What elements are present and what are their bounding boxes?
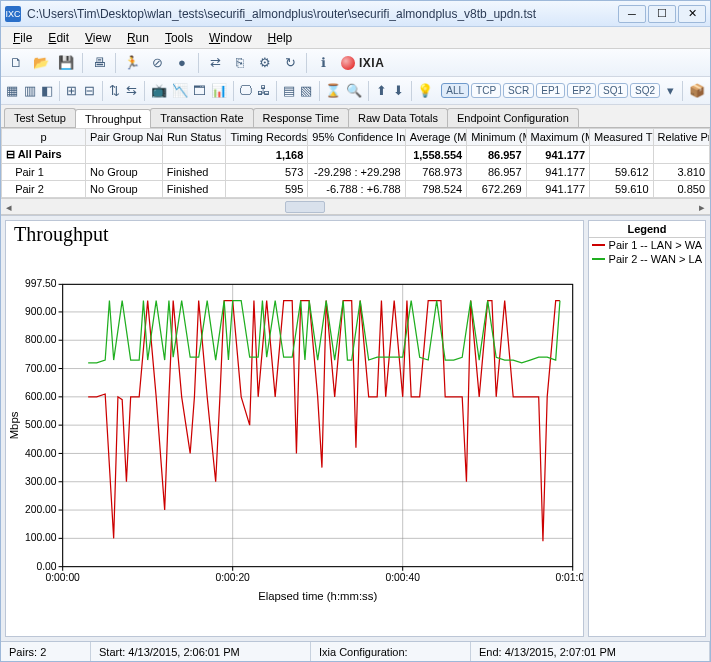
t2-icon-20[interactable]: 💡 [416, 80, 434, 102]
t2-icon-19[interactable]: ⬇ [391, 80, 405, 102]
t2-icon-18[interactable]: ⬆ [374, 80, 388, 102]
window-title: C:\Users\Tim\Desktop\wlan_tests\securifi… [27, 7, 618, 21]
titlebar: IXC C:\Users\Tim\Desktop\wlan_tests\secu… [1, 1, 710, 27]
maximize-button[interactable]: ☐ [648, 5, 676, 23]
menubar: FileEditViewRunToolsWindowHelp [1, 27, 710, 49]
tab-response-time[interactable]: Response Time [253, 108, 349, 127]
scroll-left-icon[interactable]: ◂ [1, 199, 17, 215]
t2-icon-5[interactable]: ⊟ [82, 80, 96, 102]
svg-text:Mbps: Mbps [8, 411, 20, 439]
filter-pill-ep2[interactable]: EP2 [567, 83, 596, 98]
info-icon[interactable]: ℹ [312, 52, 334, 74]
svg-text:0:00:00: 0:00:00 [45, 572, 80, 583]
cell [162, 146, 226, 164]
tab-test-setup[interactable]: Test Setup [4, 108, 76, 127]
col-header[interactable]: Pair Group Name [86, 129, 163, 146]
brand-dot-icon [341, 56, 355, 70]
cell: -6.788 : +6.788 [308, 181, 405, 198]
run-icon[interactable]: 🏃 [121, 52, 143, 74]
t2-icon-11[interactable]: 📊 [210, 80, 228, 102]
t2-icon-9[interactable]: 📉 [171, 80, 189, 102]
col-header[interactable]: Maximum (Mbps) [526, 129, 590, 146]
t2-icon-8[interactable]: 📺 [150, 80, 168, 102]
chart-panel: Throughput 0.00100.00200.00300.00400.005… [5, 220, 584, 637]
table-row[interactable]: ⊟ All Pairs1,1681,558.55486.957941.177 [2, 146, 710, 164]
save-icon[interactable]: 💾 [55, 52, 77, 74]
col-header[interactable]: Average (Mbps) [405, 129, 466, 146]
print-icon[interactable]: 🖶 [88, 52, 110, 74]
cell: Finished [162, 181, 226, 198]
refresh-icon[interactable]: ↻ [279, 52, 301, 74]
svg-text:800.00: 800.00 [25, 334, 57, 345]
t2-icon-2[interactable]: ▥ [22, 80, 36, 102]
menu-tools[interactable]: Tools [159, 29, 199, 47]
filter-pill-ep1[interactable]: EP1 [536, 83, 565, 98]
legend-item: Pair 1 -- LAN > WA [589, 238, 705, 252]
tab-endpoint-configuration[interactable]: Endpoint Configuration [447, 108, 579, 127]
t2-icon-12[interactable]: 🖵 [238, 80, 253, 102]
menu-help[interactable]: Help [262, 29, 299, 47]
cell: 941.177 [526, 181, 590, 198]
data-grid: pPair Group NameRun StatusTiming Records… [1, 128, 710, 215]
t2-icon-10[interactable]: 🗔 [192, 80, 207, 102]
dropdown-icon[interactable]: ▾ [663, 80, 677, 102]
col-header[interactable]: Measured Time (sec) [590, 129, 654, 146]
tab-raw-data-totals[interactable]: Raw Data Totals [348, 108, 448, 127]
t2-icon-6[interactable]: ⇅ [107, 80, 121, 102]
col-header[interactable]: Run Status [162, 129, 226, 146]
menu-view[interactable]: View [79, 29, 117, 47]
cell: 573 [226, 164, 308, 181]
scroll-right-icon[interactable]: ▸ [694, 199, 710, 215]
cell: 1,558.554 [405, 146, 466, 164]
filter-pill-all[interactable]: ALL [441, 83, 469, 98]
legend-panel: Legend Pair 1 -- LAN > WAPair 2 -- WAN >… [588, 220, 706, 637]
table-row[interactable]: Pair 2No GroupFinished595-6.788 : +6.788… [2, 181, 710, 198]
col-header[interactable]: Relative Precision [653, 129, 709, 146]
col-header[interactable]: p [2, 129, 86, 146]
t2-icon-13[interactable]: 🖧 [256, 80, 271, 102]
t2-icon-14[interactable]: ▤ [282, 80, 296, 102]
legend-label: Pair 2 -- WAN > LA [609, 253, 702, 265]
t2-icon-16[interactable]: ⌛ [324, 80, 342, 102]
package-icon[interactable]: 📦 [688, 80, 706, 102]
cell: 0.850 [653, 181, 709, 198]
t2-icon-15[interactable]: ▧ [299, 80, 313, 102]
col-header[interactable]: Minimum (Mbps) [467, 129, 526, 146]
cell [86, 146, 163, 164]
cell: 672.269 [467, 181, 526, 198]
grid-hscrollbar[interactable]: ◂ ▸ [1, 198, 710, 214]
filter-pill-sq1[interactable]: SQ1 [598, 83, 628, 98]
close-button[interactable]: ✕ [678, 5, 706, 23]
col-header[interactable]: Timing Records Completed [226, 129, 308, 146]
settings-icon[interactable]: ⚙ [254, 52, 276, 74]
tab-transaction-rate[interactable]: Transaction Rate [150, 108, 253, 127]
record-icon[interactable]: ● [171, 52, 193, 74]
t2-icon-1[interactable]: ▦ [5, 80, 19, 102]
t2-icon-4[interactable]: ⊞ [65, 80, 79, 102]
new-icon[interactable]: 🗋 [5, 52, 27, 74]
minimize-button[interactable]: ─ [618, 5, 646, 23]
t2-icon-7[interactable]: ⇆ [125, 80, 139, 102]
menu-file[interactable]: File [7, 29, 38, 47]
col-header[interactable]: 95% Confidence Interval [308, 129, 405, 146]
table-row[interactable]: Pair 1No GroupFinished573-29.298 : +29.2… [2, 164, 710, 181]
open-icon[interactable]: 📂 [30, 52, 52, 74]
cell: 1,168 [226, 146, 308, 164]
filter-pill-scr[interactable]: SCR [503, 83, 534, 98]
t2-icon-17[interactable]: 🔍 [345, 80, 363, 102]
legend-label: Pair 1 -- LAN > WA [609, 239, 702, 251]
menu-edit[interactable]: Edit [42, 29, 75, 47]
cell [308, 146, 405, 164]
tab-throughput[interactable]: Throughput [75, 109, 151, 128]
t2-icon-3[interactable]: ◧ [40, 80, 54, 102]
menu-window[interactable]: Window [203, 29, 258, 47]
copy-icon[interactable]: ⎘ [229, 52, 251, 74]
menu-run[interactable]: Run [121, 29, 155, 47]
filter-pill-sq2[interactable]: SQ2 [630, 83, 660, 98]
scroll-thumb[interactable] [285, 201, 325, 213]
stop-icon[interactable]: ⊘ [146, 52, 168, 74]
svg-text:0:00:20: 0:00:20 [215, 572, 250, 583]
pair-icon[interactable]: ⇄ [204, 52, 226, 74]
svg-text:Elapsed time (h:mm:ss): Elapsed time (h:mm:ss) [258, 590, 377, 602]
filter-pill-tcp[interactable]: TCP [471, 83, 501, 98]
